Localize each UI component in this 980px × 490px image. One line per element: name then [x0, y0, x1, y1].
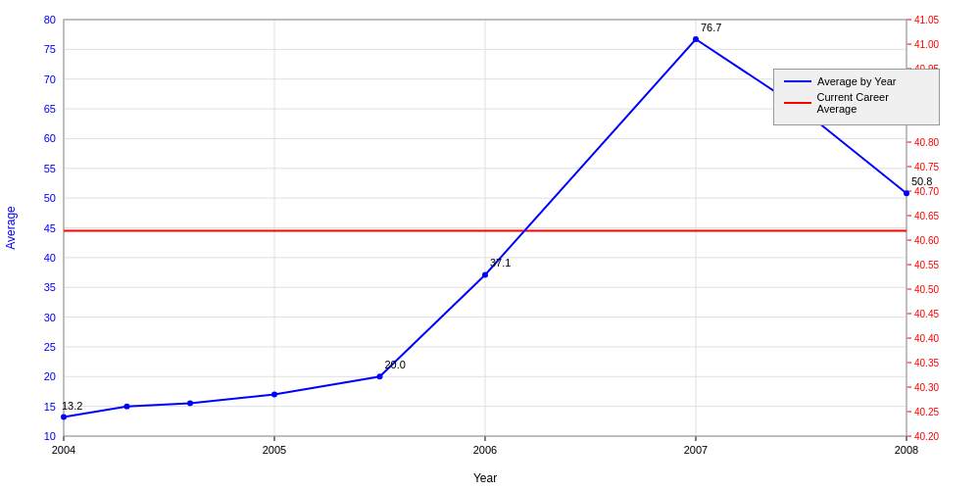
- svg-point-89: [377, 373, 383, 379]
- svg-text:40.45: 40.45: [914, 309, 939, 319]
- svg-text:40.25: 40.25: [914, 407, 939, 417]
- svg-text:41.00: 41.00: [914, 39, 939, 50]
- svg-text:2006: 2006: [473, 444, 497, 456]
- svg-text:76.7: 76.7: [701, 22, 721, 33]
- svg-text:10: 10: [44, 430, 56, 442]
- legend-label-career: Current Career Average: [817, 91, 930, 115]
- svg-point-88: [271, 392, 277, 398]
- svg-text:2005: 2005: [263, 444, 286, 456]
- svg-text:13.2: 13.2: [62, 400, 82, 412]
- svg-text:40.30: 40.30: [914, 382, 939, 393]
- svg-point-96: [904, 190, 909, 196]
- svg-text:Year: Year: [473, 471, 497, 485]
- svg-text:40.40: 40.40: [914, 333, 939, 344]
- svg-text:41.05: 41.05: [914, 15, 939, 25]
- svg-text:80: 80: [44, 14, 56, 25]
- svg-text:40: 40: [44, 252, 56, 264]
- svg-text:40.50: 40.50: [914, 284, 939, 295]
- svg-text:50.8: 50.8: [911, 175, 932, 187]
- svg-text:70: 70: [44, 74, 56, 85]
- svg-text:20: 20: [44, 370, 56, 382]
- svg-text:40.60: 40.60: [914, 235, 939, 246]
- svg-text:60: 60: [44, 132, 56, 144]
- svg-point-93: [693, 36, 699, 42]
- svg-text:30: 30: [44, 312, 56, 323]
- legend-item-avg: Average by Year: [784, 75, 929, 87]
- legend-line-red: [784, 102, 811, 104]
- svg-text:50: 50: [44, 192, 56, 204]
- svg-text:15: 15: [44, 401, 56, 413]
- svg-point-87: [187, 401, 193, 407]
- svg-text:2007: 2007: [684, 444, 708, 456]
- svg-text:20.0: 20.0: [385, 359, 406, 370]
- svg-text:45: 45: [44, 222, 56, 234]
- svg-text:35: 35: [44, 281, 56, 293]
- svg-point-84: [61, 415, 67, 420]
- svg-text:Average: Average: [4, 206, 18, 250]
- svg-text:40.80: 40.80: [914, 137, 939, 148]
- svg-text:40.70: 40.70: [914, 186, 939, 197]
- svg-text:2004: 2004: [52, 444, 75, 456]
- legend-item-career: Current Career Average: [784, 91, 929, 115]
- svg-text:40.35: 40.35: [914, 358, 939, 368]
- svg-text:40.55: 40.55: [914, 260, 939, 270]
- legend-box: Average by Year Current Career Average: [773, 69, 940, 125]
- svg-text:40.75: 40.75: [914, 162, 939, 172]
- legend-line-blue: [784, 80, 811, 82]
- svg-text:55: 55: [44, 163, 56, 174]
- svg-text:37.1: 37.1: [490, 257, 511, 269]
- svg-text:2008: 2008: [895, 444, 918, 456]
- svg-text:40.20: 40.20: [914, 431, 939, 442]
- svg-point-86: [124, 404, 130, 410]
- svg-text:65: 65: [44, 103, 56, 115]
- chart-container: 10152025303540455055606570758040.2040.25…: [0, 0, 980, 490]
- svg-text:25: 25: [44, 341, 56, 353]
- legend-label-avg: Average by Year: [817, 75, 897, 87]
- svg-point-91: [482, 271, 488, 277]
- svg-text:40.65: 40.65: [914, 211, 939, 221]
- svg-text:75: 75: [44, 43, 56, 55]
